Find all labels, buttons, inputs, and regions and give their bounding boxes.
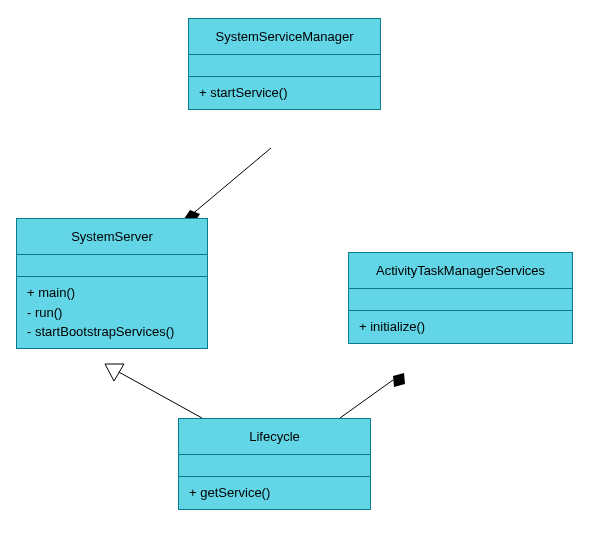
class-lifecycle: Lifecycle + getService(): [178, 418, 371, 510]
class-attributes: [179, 455, 370, 477]
class-system-service-manager: SystemServiceManager + startService(): [188, 18, 381, 110]
class-name: ActivityTaskManagerServices: [349, 253, 572, 289]
diamond-atms-lc: [393, 373, 405, 387]
class-operations: + initialize(): [349, 311, 572, 343]
operation: + main(): [27, 283, 197, 303]
class-name: SystemServiceManager: [189, 19, 380, 55]
operation: + getService(): [189, 483, 360, 503]
class-operations: + startService(): [189, 77, 380, 109]
edge-atms-lc: [340, 380, 393, 418]
operation: - startBootstrapServices(): [27, 322, 197, 342]
class-activity-task-manager-services: ActivityTaskManagerServices + initialize…: [348, 252, 573, 344]
edge-ss-ssm: [190, 148, 271, 216]
operation: + initialize(): [359, 317, 562, 337]
arrow-lc-ss: [105, 364, 124, 381]
class-operations: + main() - run() - startBootstrapService…: [17, 277, 207, 348]
class-system-server: SystemServer + main() - run() - startBoo…: [16, 218, 208, 349]
class-name: SystemServer: [17, 219, 207, 255]
operation: - run(): [27, 303, 197, 323]
class-attributes: [189, 55, 380, 77]
class-attributes: [17, 255, 207, 277]
class-name: Lifecycle: [179, 419, 370, 455]
operation: + startService(): [199, 83, 370, 103]
class-operations: + getService(): [179, 477, 370, 509]
edge-lc-ss: [117, 371, 202, 418]
class-attributes: [349, 289, 572, 311]
